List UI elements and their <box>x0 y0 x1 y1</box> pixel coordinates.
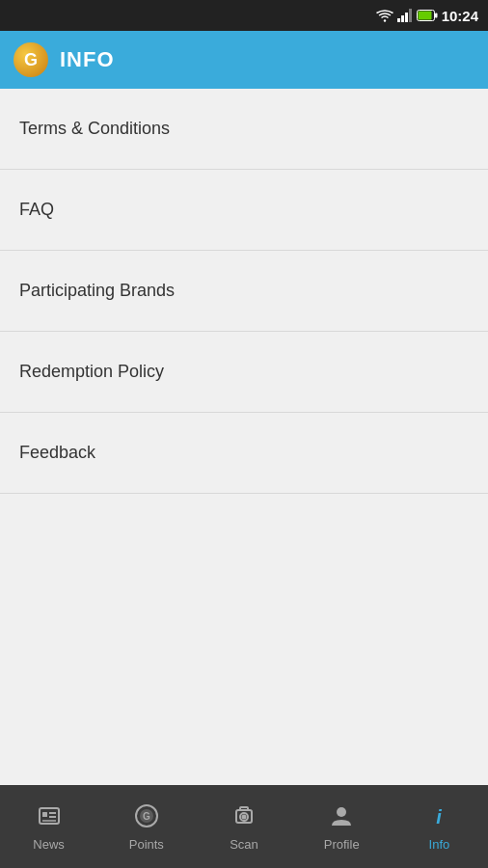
nav-label-profile: Profile <box>324 837 360 852</box>
menu-item-label-terms: Terms & Conditions <box>19 119 170 139</box>
menu-item-feedback[interactable]: Feedback <box>0 413 488 494</box>
nav-item-info[interactable]: i Info <box>391 785 488 868</box>
app-header: G INFO <box>0 31 488 89</box>
nav-label-points: Points <box>129 837 164 852</box>
svg-rect-8 <box>418 12 431 20</box>
wifi-icon <box>376 9 393 22</box>
nav-label-scan: Scan <box>230 837 258 852</box>
points-icon: G <box>133 802 160 833</box>
info-icon: i <box>425 802 452 833</box>
scan-icon <box>230 802 258 833</box>
menu-item-label-redemption: Redemption Policy <box>19 362 164 382</box>
status-time: 10:24 <box>442 8 478 24</box>
svg-rect-10 <box>42 812 47 817</box>
menu-item-label-feedback: Feedback <box>19 443 95 463</box>
menu-item-redemption[interactable]: Redemption Policy <box>0 332 488 413</box>
svg-point-0 <box>383 19 385 21</box>
menu-item-faq[interactable]: FAQ <box>0 170 488 251</box>
svg-rect-6 <box>435 14 438 18</box>
bottom-nav: News G Points Scan Profile i Info <box>0 785 488 868</box>
svg-rect-3 <box>405 13 408 22</box>
menu-item-terms[interactable]: Terms & Conditions <box>0 89 488 170</box>
svg-point-19 <box>243 815 246 818</box>
nav-item-profile[interactable]: Profile <box>293 785 391 868</box>
status-icons: 10:24 <box>376 8 478 24</box>
status-bar: 10:24 <box>0 0 488 31</box>
nav-label-news: News <box>33 837 65 852</box>
menu-item-label-faq: FAQ <box>19 200 54 220</box>
header-title: INFO <box>60 47 115 72</box>
news-icon <box>36 802 63 833</box>
svg-rect-2 <box>401 15 404 22</box>
menu-item-brands[interactable]: Participating Brands <box>0 251 488 332</box>
svg-rect-4 <box>409 9 412 22</box>
menu-list: Terms & ConditionsFAQParticipating Brand… <box>0 89 488 494</box>
profile-icon <box>328 802 355 833</box>
svg-point-20 <box>337 807 346 817</box>
nav-label-info: Info <box>429 837 450 852</box>
nav-item-news[interactable]: News <box>0 785 97 868</box>
app-logo: G <box>14 42 48 77</box>
signal-icon <box>397 9 413 22</box>
nav-item-points[interactable]: G Points <box>97 785 195 868</box>
svg-rect-1 <box>397 18 400 22</box>
menu-item-label-brands: Participating Brands <box>19 281 175 301</box>
svg-text:i: i <box>437 806 443 827</box>
battery-icon <box>417 10 438 21</box>
svg-text:G: G <box>143 811 150 822</box>
nav-item-scan[interactable]: Scan <box>195 785 292 868</box>
